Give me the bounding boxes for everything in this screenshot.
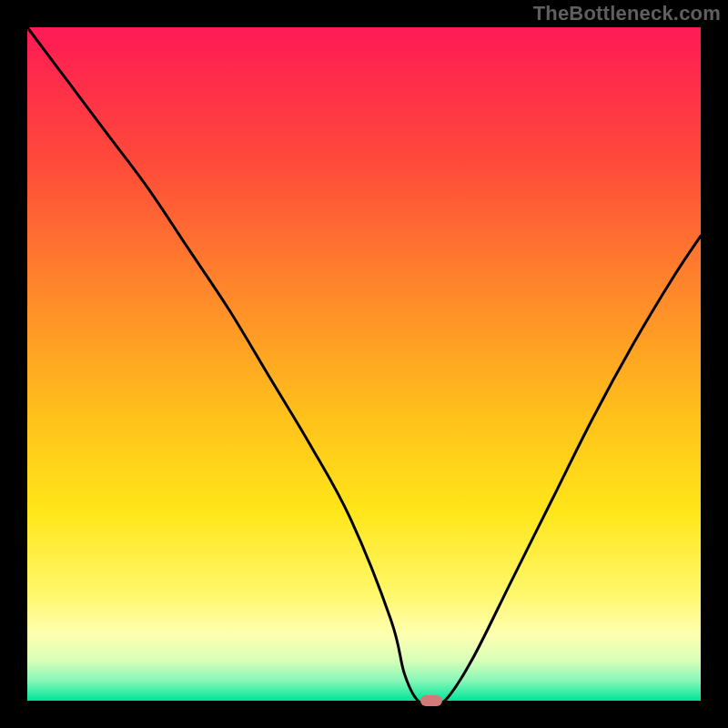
chart-stage: TheBottleneck.com <box>0 0 728 728</box>
plot-background <box>27 27 701 701</box>
optimal-marker <box>420 695 442 706</box>
watermark-text: TheBottleneck.com <box>533 2 721 25</box>
bottleneck-chart <box>0 0 728 728</box>
